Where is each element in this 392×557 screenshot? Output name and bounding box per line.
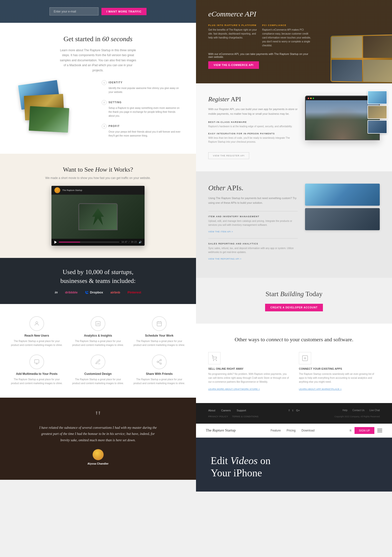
- connect-item-1: CONNECT YOUR EXISTING APPS The Rapture S…: [299, 352, 380, 391]
- connect-link-1[interactable]: LEARN ABOUT APP MARKETPLACE >: [299, 388, 342, 390]
- connect-item-desc-0: No programming skills? No problem. With …: [208, 372, 289, 384]
- video-header: The Rapture Startup: [51, 186, 145, 195]
- connect-link-0[interactable]: LEARN MORE ABOUT CRAFTWORK STORE >: [208, 388, 260, 390]
- footer-help-link[interactable]: Help: [343, 409, 348, 412]
- footer-social-google[interactable]: G+: [296, 409, 300, 412]
- api-link-0[interactable]: VIEW THE ITEM API >: [208, 230, 233, 233]
- hamburger-menu[interactable]: [377, 429, 382, 432]
- connect-heading: Other ways to connect to your customers …: [208, 336, 380, 343]
- feature-title-4: Customized Design: [71, 372, 125, 376]
- step-title-3: PROFIT: [109, 125, 120, 127]
- quote-mark: ": [95, 412, 101, 420]
- video-controls[interactable]: 14:47 / 19:23 🔊: [51, 239, 145, 246]
- cta-button[interactable]: I WANT MORE TRAFFIC: [101, 8, 147, 15]
- footer-terms-link[interactable]: Terms & Conditions: [232, 415, 258, 418]
- register-api-cta-button[interactable]: VIEW THE REGISTER API: [208, 152, 249, 159]
- step-circle-3: 3: [102, 124, 107, 129]
- register-desc: With our Register API, you can build you…: [208, 107, 298, 116]
- feature-title-5: Share With Friends: [132, 372, 186, 376]
- brand-invision: in: [55, 291, 58, 294]
- feature-desc-2: The Rapture Startup a great place for yo…: [132, 339, 186, 347]
- play-button-icon[interactable]: [54, 241, 57, 244]
- testimonial-avatar: [93, 449, 104, 460]
- get-started-heading: Get started in 60 seconds: [15, 35, 181, 43]
- nav-link-download[interactable]: Download: [302, 429, 315, 432]
- tablet-img-4: [363, 60, 392, 82]
- ecommerce-title: eCommerce API: [208, 10, 311, 18]
- dot-green: [313, 98, 314, 99]
- tablet-mockup: [330, 34, 392, 83]
- feature-icon-2: [152, 316, 167, 331]
- footer-live-chat-link[interactable]: Live Chat: [369, 409, 380, 412]
- feature-title-0: Reach New Users: [10, 334, 64, 337]
- startup-nav-links: Feature Pricing Download: [271, 429, 315, 432]
- footer-link-support[interactable]: Support: [237, 409, 246, 412]
- feature-title-1: Analytics & Insights: [71, 334, 125, 337]
- left-column: I WANT MORE TRAFFIC Get started in 60 se…: [0, 0, 196, 492]
- connect-grid: SELL ONLINE RIGHT AWAY No programming sk…: [208, 352, 380, 391]
- connect-item-0: SELL ONLINE RIGHT AWAY No programming sk…: [208, 352, 289, 391]
- register-right: [305, 96, 380, 140]
- connect-icon-1: [299, 352, 311, 364]
- ecommerce-pci-title: PCI COMPLIANCE: [262, 24, 311, 26]
- dot-yellow: [310, 98, 312, 99]
- footer-top: About Careers Support f t G+ Help Contac…: [208, 409, 380, 412]
- progress-bar[interactable]: [59, 242, 119, 242]
- dot-red: [308, 98, 309, 99]
- footer-social-facebook[interactable]: f: [289, 409, 290, 412]
- create-developer-account-button[interactable]: CREATE A DEVELOPER ACCOUNT: [265, 304, 323, 311]
- connect-item-desc-1: The Rapture Startup connects seamlessly …: [299, 372, 380, 384]
- tablet-img-3: [331, 60, 362, 82]
- features-grid: Reach New Users The Rapture Startup a gr…: [10, 316, 186, 385]
- video-laptop-screen: [79, 204, 117, 229]
- api-thumb-1: [305, 208, 380, 230]
- ecommerce-cols: PLUG INTO RAPTURE'S PLATFORM Get the ben…: [208, 24, 311, 48]
- ecommerce-plug-title: PLUG INTO RAPTURE'S PLATFORM: [208, 24, 257, 26]
- tablet-img-1: [331, 36, 362, 58]
- other-apis-right: [305, 184, 380, 230]
- step-desc-3: Once your peeps tell their friends about…: [102, 130, 181, 138]
- feature-item-3: Add Multimedia to Your Posts The Rapture…: [10, 354, 64, 385]
- video-hero-content: Edit Videos on Your iPhone: [211, 455, 270, 479]
- feature-desc-1: The Rapture Startup a great place for yo…: [71, 339, 125, 347]
- api-link-1[interactable]: VIEW THE REPORTING API >: [208, 258, 241, 260]
- ecommerce-cta-text: With our eCommerce API, you can take pay…: [208, 52, 311, 58]
- photo-thumb-3: [368, 120, 387, 134]
- ecommerce-pci-desc: Rapture's eCommerce API makes PCI compli…: [262, 28, 311, 48]
- video-laptop: [78, 203, 118, 230]
- ecommerce-device: [328, 34, 392, 83]
- feature-item-0: Reach New Users The Rapture Startup a gr…: [10, 316, 64, 347]
- feature-item-2: Schedule Your Work The Rapture Startup a…: [132, 316, 186, 347]
- api-feature-0: ITEM AND INVENTORY MANAGEMENT Upload, ed…: [208, 211, 298, 233]
- nav-right: π SIGN UP: [349, 427, 382, 434]
- footer-social-twitter[interactable]: t: [293, 409, 293, 412]
- feature-title-3: Add Multimedia to Your Posts: [10, 372, 64, 376]
- ecommerce-cta-button[interactable]: VIEW THE E-COMMERCE API: [208, 61, 259, 69]
- footer-contact-link[interactable]: Contact Us: [352, 409, 364, 412]
- feature-desc-3: The Rapture Startup a great place for yo…: [10, 378, 64, 385]
- email-input[interactable]: [49, 7, 98, 15]
- footer-link-about[interactable]: About: [208, 409, 215, 412]
- ecommerce-col-pci: PCI COMPLIANCE Rapture's eCommerce API m…: [262, 24, 311, 48]
- tablet-img-2: [363, 35, 392, 58]
- nav-link-pricing[interactable]: Pricing: [287, 429, 296, 432]
- footer-privacy-link[interactable]: Privacy Policy: [208, 415, 228, 418]
- how-works-subtitle: We made a short movie to show you how fa…: [15, 176, 181, 180]
- svg-point-6: [160, 363, 161, 364]
- video-player[interactable]: The Rapture Startup 14:47 / 19:23 �: [51, 186, 145, 246]
- register-api-title: Register API: [208, 96, 298, 103]
- register-feature-title-0: BEST-IN-CLASS HARDWARE: [208, 121, 298, 123]
- nav-link-feature[interactable]: Feature: [271, 429, 281, 432]
- video-time: 14:47 / 19:23: [121, 241, 137, 243]
- connect-section: Other ways to connect to your customers …: [196, 324, 392, 403]
- get-started-subtitle: Learn more about The Rapture Startup in …: [59, 48, 137, 73]
- step-item-3: 3 PROFIT Once your peeps tell their frie…: [102, 124, 181, 138]
- social-proof-section: Used by 10,000 of startups, businesses &…: [0, 258, 196, 304]
- connect-item-title-1: CONNECT YOUR EXISTING APPS: [299, 367, 380, 370]
- signup-button[interactable]: SIGN UP: [355, 427, 374, 434]
- feature-item-1: Analytics & Insights The Rapture Startup…: [71, 316, 125, 347]
- footer-link-careers[interactable]: Careers: [221, 409, 231, 412]
- steps-list: 1 IDENTITY Identify the most popular awe…: [102, 80, 181, 144]
- volume-icon[interactable]: 🔊: [139, 241, 142, 243]
- how-works-section: Want to See How it Works? We made a shor…: [0, 154, 196, 258]
